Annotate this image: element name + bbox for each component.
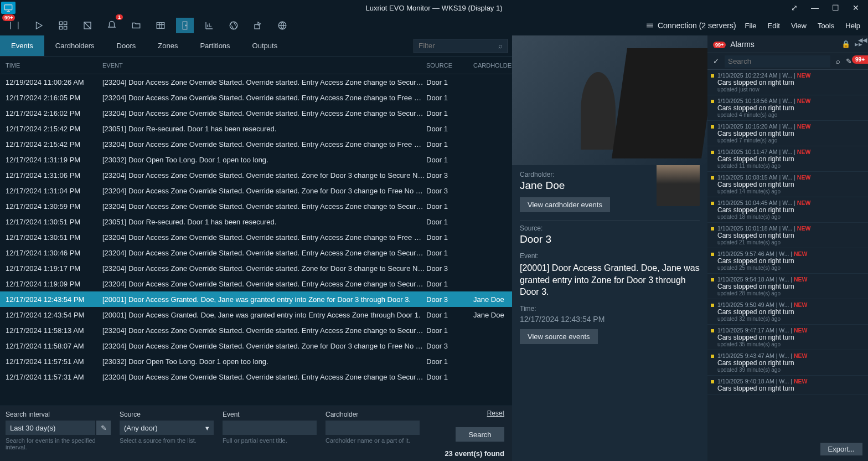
filter-box[interactable]: ⌕ bbox=[414, 39, 508, 53]
grid-icon[interactable] bbox=[54, 18, 72, 33]
table-row[interactable]: 12/17/2024 1:31:04 PM[23204] Door Access… bbox=[0, 183, 512, 198]
table-row[interactable]: 12/17/2024 1:31:06 PM[23204] Door Access… bbox=[0, 167, 512, 183]
alarm-item[interactable]: 1/10/2025 9:47:17 AM | W... | NEWCars st… bbox=[707, 325, 868, 350]
table-row[interactable]: 12/17/2024 11:57:51 AM[23032] Door Open … bbox=[0, 354, 512, 369]
svg-rect-6 bbox=[157, 23, 164, 29]
menu-edit[interactable]: Edit bbox=[766, 22, 782, 30]
alarm-item[interactable]: 1/10/2025 9:40:18 AM | W... | NEWCars st… bbox=[707, 376, 868, 395]
table-icon[interactable] bbox=[152, 18, 169, 33]
search-button[interactable]: Search bbox=[456, 427, 504, 442]
source-field[interactable]: (Any door)▾ bbox=[120, 421, 214, 435]
maximize-button[interactable]: ☐ bbox=[832, 3, 839, 12]
tab-cardholders[interactable]: Cardholders bbox=[44, 35, 106, 56]
check-icon[interactable]: ✓ bbox=[713, 57, 719, 65]
table-row[interactable]: 12/17/2024 12:43:54 PM[20001] Door Acces… bbox=[0, 307, 512, 322]
alarm-item[interactable]: 1/10/2025 9:54:18 AM | W... | NEWCars st… bbox=[707, 274, 868, 299]
time-val: 12/17/2024 12:43:54 PM bbox=[520, 315, 700, 324]
table-row[interactable]: 12/17/2024 1:30:51 PM[23051] Door Re-sec… bbox=[0, 214, 512, 229]
alarm-item[interactable]: 1/10/2025 10:18:56 AM | W... | NEWCars s… bbox=[707, 95, 868, 121]
col-cardholder[interactable]: CARDHOLDER bbox=[473, 62, 512, 69]
time-label: Time: bbox=[520, 305, 700, 313]
interval-field[interactable]: Last 30 day(s) bbox=[6, 421, 95, 435]
alarms-title: Alarms bbox=[730, 40, 837, 49]
table-row[interactable]: 12/17/2024 11:58:07 AM[23204] Door Acces… bbox=[0, 338, 512, 354]
cardholder-field[interactable] bbox=[326, 421, 420, 435]
reports-icon[interactable] bbox=[79, 18, 96, 33]
col-source[interactable]: SOURCE bbox=[426, 62, 473, 69]
aperture-icon[interactable] bbox=[225, 18, 242, 33]
view-cardholder-button[interactable]: View cardholder events bbox=[520, 197, 610, 212]
table-row[interactable]: 12/17/2024 2:15:42 PM[23204] Door Access… bbox=[0, 136, 512, 152]
col-event[interactable]: EVENT bbox=[102, 62, 426, 69]
event-field[interactable] bbox=[223, 421, 317, 435]
share-icon[interactable] bbox=[249, 18, 267, 33]
alarm-item[interactable]: 1/10/2025 9:43:47 AM | W... | NEWCars st… bbox=[707, 350, 868, 376]
titlebar: Luxriot EVO Monitor — WKS19 (Display 1) … bbox=[0, 0, 868, 16]
side-badge[interactable]: 99+ bbox=[852, 55, 868, 64]
door-icon[interactable] bbox=[176, 18, 194, 33]
window-title: Luxriot EVO Monitor — WKS19 (Display 1) bbox=[365, 4, 502, 12]
table-row[interactable]: 12/17/2024 2:16:02 PM[23204] Door Access… bbox=[0, 105, 512, 121]
bell-icon[interactable]: 1 bbox=[103, 18, 121, 33]
expand-icon[interactable]: ⤢ bbox=[791, 3, 798, 12]
alarm-search[interactable] bbox=[725, 55, 830, 68]
table-row[interactable]: 12/17/2024 2:15:42 PM[23051] Door Re-sec… bbox=[0, 121, 512, 136]
menu-file[interactable]: File bbox=[743, 22, 759, 30]
table-row[interactable]: 12/17/2024 1:19:17 PM[23204] Door Access… bbox=[0, 260, 512, 276]
ev-label: Event: bbox=[520, 252, 700, 260]
search-icon[interactable]: ⌕ bbox=[498, 42, 503, 50]
menu-tools[interactable]: Tools bbox=[815, 22, 836, 30]
filter-input[interactable] bbox=[418, 42, 498, 50]
menu-help[interactable]: Help bbox=[843, 22, 862, 30]
lock-icon[interactable]: 🔒 bbox=[841, 40, 850, 48]
alarm-item[interactable]: 1/10/2025 10:01:18 AM | W... | NEWCars s… bbox=[707, 223, 868, 248]
table-row[interactable]: 12/17/2024 1:30:59 PM[23204] Door Access… bbox=[0, 198, 512, 214]
expand-icon[interactable]: ◀◀ bbox=[858, 37, 867, 44]
table-row[interactable]: 12/17/2024 1:30:46 PM[23204] Door Access… bbox=[0, 245, 512, 260]
alerts-icon[interactable]: 99+ bbox=[6, 18, 23, 33]
menu-view[interactable]: View bbox=[789, 22, 809, 30]
table-row[interactable]: 12/17/2024 1:30:51 PM[23204] Door Access… bbox=[0, 229, 512, 245]
alarm-item[interactable]: 1/10/2025 10:11:47 AM | W... | NEWCars s… bbox=[707, 146, 868, 172]
play-icon[interactable] bbox=[30, 18, 48, 33]
alarm-item[interactable]: 1/10/2025 10:15:20 AM | W... | NEWCars s… bbox=[707, 121, 868, 146]
tab-partitions[interactable]: Partitions bbox=[189, 35, 241, 56]
svg-rect-0 bbox=[4, 5, 12, 10]
table-row[interactable]: 12/19/2024 11:00:26 AM[23204] Door Acces… bbox=[0, 74, 512, 90]
table-row[interactable]: 12/17/2024 11:57:31 AM[23204] Door Acces… bbox=[0, 369, 512, 385]
folder-icon[interactable] bbox=[127, 18, 145, 33]
alarm-item[interactable]: 1/10/2025 9:50:49 AM | W... | NEWCars st… bbox=[707, 299, 868, 325]
src-name: Door 3 bbox=[520, 233, 700, 245]
table-row[interactable]: 12/17/2024 1:31:19 PM[23032] Door Open T… bbox=[0, 152, 512, 167]
ev-text: [20001] Door Access Granted. Doe, Jane w… bbox=[520, 262, 700, 298]
table-row[interactable]: 12/17/2024 1:19:09 PM[23204] Door Access… bbox=[0, 276, 512, 291]
alarm-item[interactable]: 1/10/2025 10:04:45 AM | W... | NEWCars s… bbox=[707, 197, 868, 223]
col-time[interactable]: TIME bbox=[6, 62, 102, 69]
alarm-list: 1/10/2025 10:22:24 AM | W... | NEWCars s… bbox=[707, 70, 868, 461]
table-row[interactable]: 12/17/2024 11:58:13 AM[23204] Door Acces… bbox=[0, 322, 512, 338]
tab-outputs[interactable]: Outputs bbox=[241, 35, 289, 56]
alarm-item[interactable]: 1/10/2025 10:22:24 AM | W... | NEWCars s… bbox=[707, 70, 868, 95]
reset-link[interactable]: Reset bbox=[487, 409, 504, 417]
svg-point-8 bbox=[185, 25, 187, 26]
pencil-icon[interactable]: ✎ bbox=[846, 57, 852, 65]
alarm-item[interactable]: 1/10/2025 9:57:46 AM | W... | NEWCars st… bbox=[707, 248, 868, 274]
close-button[interactable]: ✕ bbox=[852, 3, 859, 12]
search-icon[interactable]: ⌕ bbox=[836, 57, 840, 65]
table-row[interactable]: 12/17/2024 2:16:05 PM[23204] Door Access… bbox=[0, 90, 512, 105]
camera-snapshot bbox=[512, 35, 707, 165]
connection-status[interactable]: Connection (2 servers) bbox=[645, 21, 736, 30]
view-source-button[interactable]: View source events bbox=[520, 329, 598, 344]
tab-zones[interactable]: Zones bbox=[147, 35, 189, 56]
tab-doors[interactable]: Doors bbox=[106, 35, 147, 56]
chart-icon[interactable] bbox=[200, 18, 218, 33]
source-label: Source bbox=[120, 411, 214, 418]
tab-events[interactable]: Events bbox=[0, 35, 44, 56]
pencil-icon[interactable]: ✎ bbox=[96, 421, 111, 435]
export-button[interactable]: Export... bbox=[820, 443, 862, 455]
globe-icon[interactable] bbox=[273, 18, 291, 33]
search-panel: Search interval Last 30 day(s)✎ Search f… bbox=[0, 406, 512, 461]
alarm-item[interactable]: 1/10/2025 10:08:15 AM | W... | NEWCars s… bbox=[707, 172, 868, 197]
table-row[interactable]: 12/17/2024 12:43:54 PM[20001] Door Acces… bbox=[0, 291, 512, 307]
minimize-button[interactable]: — bbox=[811, 3, 819, 12]
